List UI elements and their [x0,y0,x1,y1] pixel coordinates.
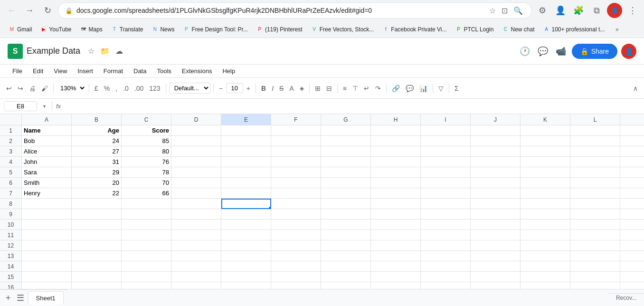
bookmark-professional[interactable]: A 100+ professional t... [540,25,609,34]
all-sheets-button[interactable]: ☰ [15,291,26,305]
refresh-button[interactable]: ↻ [40,3,55,18]
cell-e2[interactable] [221,136,271,146]
cell-a1[interactable]: Name [22,125,72,136]
menu-insert[interactable]: Insert [73,66,98,76]
col-header-b[interactable]: B [72,114,122,125]
cell-k7[interactable] [521,188,570,199]
row-num-10[interactable]: 10 [0,220,22,230]
cell-d2[interactable] [171,136,221,146]
cell-d6[interactable] [171,178,221,188]
cell-b9[interactable] [72,209,122,220]
row-num-16[interactable]: 16 [0,282,22,289]
cell-b2[interactable]: 24 [72,136,122,146]
comment-toolbar-button[interactable]: 💬 [403,83,416,94]
menu-help[interactable]: Help [218,66,240,76]
col-header-j[interactable]: J [471,114,521,125]
share-button[interactable]: 🔒 Share [572,44,617,59]
cell-l2[interactable] [570,136,620,146]
row-num-9[interactable]: 9 [0,209,22,220]
functions-button[interactable]: Σ [452,83,461,94]
cell-g3[interactable] [321,146,371,157]
back-button[interactable]: ← [4,3,19,18]
col-header-k[interactable]: K [521,114,570,125]
cell-f9[interactable] [271,209,321,220]
cell-c2[interactable]: 85 [122,136,171,146]
cell-j8[interactable] [471,199,521,209]
comma-button[interactable]: , [113,83,120,94]
bookmark-maps[interactable]: 🗺 Maps [76,25,106,34]
cell-a4[interactable]: John [22,157,72,167]
menu-edit[interactable]: Edit [28,66,48,76]
cell-g9[interactable] [321,209,371,220]
bookmark-free-vectors[interactable]: V Free Vectors, Stock... [307,25,378,34]
cell-k3[interactable] [521,146,570,157]
cell-j1[interactable] [471,125,521,136]
cell-f6[interactable] [271,178,321,188]
cell-c5[interactable]: 78 [122,167,171,178]
cell-f3[interactable] [271,146,321,157]
meet-button[interactable]: 📹 [554,44,568,58]
cell-f2[interactable] [271,136,321,146]
cell-b7[interactable]: 22 [72,188,122,199]
borders-button[interactable]: ⊞ [313,83,323,94]
col-header-h[interactable]: H [371,114,421,125]
cell-e1[interactable] [221,125,271,136]
cell-b6[interactable]: 20 [72,178,122,188]
cell-b5[interactable]: 29 [72,167,122,178]
bookmark-translate[interactable]: T Translate [107,25,147,34]
col-header-e[interactable]: E [221,114,271,125]
cell-j7[interactable] [471,188,521,199]
bookmark-news[interactable]: N News [148,25,178,34]
bold-button[interactable]: B [259,83,268,94]
menu-data[interactable]: Data [129,66,151,76]
menu-extensions[interactable]: Extensions [177,66,217,76]
strikethrough-button[interactable]: S [277,83,286,94]
cell-a5[interactable]: Sara [22,167,72,178]
formula-expand-button[interactable]: ▾ [41,102,48,110]
avatar-icon[interactable]: 👤 [607,3,622,18]
col-header-m[interactable] [620,114,644,125]
chart-button[interactable]: 📊 [417,83,430,94]
bookmarks-more-icon[interactable]: » [609,22,625,37]
comment-button[interactable]: 💬 [536,44,550,58]
cell-f5[interactable] [271,167,321,178]
halign-button[interactable]: ≡ [341,83,349,94]
zoom-icon[interactable]: 🔍 [511,4,525,17]
cell-f7[interactable] [271,188,321,199]
row-num-15[interactable]: 15 [0,272,22,282]
cell-k5[interactable] [521,167,570,178]
cell-b3[interactable]: 27 [72,146,122,157]
cell-g5[interactable] [321,167,371,178]
col-header-l[interactable]: L [570,114,620,125]
cell-j4[interactable] [471,157,521,167]
menu-view[interactable]: View [49,66,72,76]
cell-l4[interactable] [570,157,620,167]
cell-c3[interactable]: 80 [122,146,171,157]
cell-l9[interactable] [570,209,620,220]
cell-f8[interactable] [271,199,321,209]
cell-k4[interactable] [521,157,570,167]
row-num-7[interactable]: 7 [0,188,22,199]
cell-i7[interactable] [421,188,471,199]
address-bar[interactable]: 🔒 docs.google.com/spreadsheets/d/1PLGlvN… [58,2,532,19]
col-header-c[interactable]: C [122,114,171,125]
valign-button[interactable]: ⊤ [350,83,360,94]
cell-e4[interactable] [221,157,271,167]
cell-j5[interactable] [471,167,521,178]
menu-format[interactable]: Format [99,66,128,76]
user-avatar[interactable]: 👤 [621,44,636,59]
italic-button[interactable]: I [269,83,276,94]
format-123-button[interactable]: 123 [147,83,162,94]
profile-icon[interactable]: 👤 [553,3,568,18]
cell-b1[interactable]: Age [72,125,122,136]
cell-reference-input[interactable]: E8 [4,101,37,111]
sheet-tab-1[interactable]: Sheet1 [28,291,64,305]
cell-i3[interactable] [421,146,471,157]
cell-h7[interactable] [371,188,421,199]
cell-c8[interactable] [122,199,171,209]
row-num-12[interactable]: 12 [0,240,22,251]
cell-f4[interactable] [271,157,321,167]
history-button[interactable]: 🕐 [518,44,532,58]
cell-m5[interactable] [620,167,644,178]
cell-j9[interactable] [471,209,521,220]
